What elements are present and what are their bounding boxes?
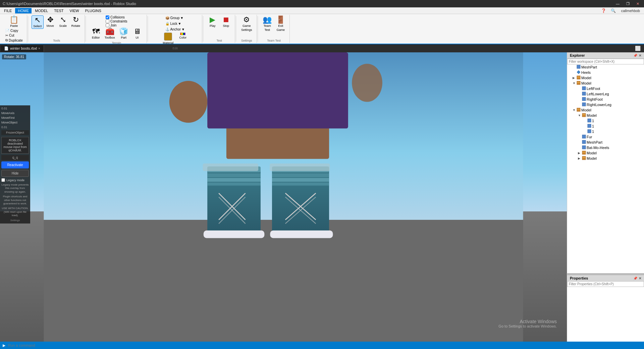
menu-file[interactable]: FILE bbox=[1, 8, 14, 13]
title-path: C:\Users\girl\Documents\ROBLOX\RecentSav… bbox=[3, 2, 136, 6]
tree-item[interactable]: ▼Model bbox=[567, 81, 644, 86]
stop-button[interactable]: ⏹ Stop bbox=[220, 15, 232, 28]
svg-rect-40 bbox=[582, 113, 586, 117]
properties-filter-input[interactable] bbox=[567, 282, 644, 287]
editor-tab-winterboots[interactable]: 📄 winter boots.rbxl × bbox=[1, 45, 44, 52]
cut-icon: ✂ bbox=[5, 34, 8, 37]
svg-rect-19 bbox=[270, 231, 333, 238]
menu-test[interactable]: TEST bbox=[51, 8, 66, 13]
tree-item[interactable]: RightLowerLeg bbox=[567, 102, 644, 107]
tree-item[interactable]: 1 bbox=[567, 118, 644, 123]
part-button[interactable]: 🧊 Part bbox=[118, 27, 130, 40]
rotate-button[interactable]: ↻ Rotate bbox=[70, 15, 82, 29]
tab-strip: 📄 winter boots.rbxl × ⬜ bbox=[0, 44, 644, 52]
select-button[interactable]: ↖ Select bbox=[32, 15, 44, 29]
properties-content bbox=[567, 287, 644, 342]
tree-item[interactable]: LeftLowerLeg bbox=[567, 91, 644, 97]
minimize-button[interactable]: — bbox=[614, 2, 622, 6]
tree-item[interactable]: MeshPart bbox=[567, 140, 644, 145]
tree-item[interactable]: RightFoot bbox=[567, 97, 644, 102]
menu-model[interactable]: MODEL bbox=[32, 8, 51, 13]
tree-arrow-icon[interactable]: ▼ bbox=[573, 108, 577, 112]
color-button[interactable]: Color bbox=[177, 32, 189, 45]
team-test-button[interactable]: 👥 Team Test bbox=[261, 15, 273, 32]
svg-rect-48 bbox=[582, 151, 586, 154]
material-icon bbox=[164, 33, 172, 41]
cut-button[interactable]: ✂ Cut bbox=[4, 33, 24, 38]
tree-node-icon bbox=[577, 70, 581, 75]
tree-item[interactable]: 1 bbox=[567, 123, 644, 129]
scale-button[interactable]: ⤡ Scale bbox=[57, 15, 69, 29]
anchor-arrow: ▼ bbox=[181, 28, 185, 31]
group-dropdown[interactable]: 📦 Group ▼ bbox=[165, 15, 184, 20]
editor-button[interactable]: 🗺 Editor bbox=[90, 27, 102, 40]
copy-button[interactable]: 📄 Copy bbox=[4, 29, 24, 33]
toolbox-button[interactable]: 🧰 Toolbox bbox=[103, 27, 116, 40]
properties-close-icon[interactable]: ✕ bbox=[639, 277, 641, 280]
tree-item[interactable]: ▶Model bbox=[567, 75, 644, 81]
tree-node-icon bbox=[587, 118, 591, 123]
group-arrow: ▼ bbox=[180, 16, 183, 20]
viewport[interactable]: Rotate: 36.81 Activate Windows Go to Set… bbox=[0, 52, 567, 342]
use-caution-warning: USE WITH CAUTION. (Will reset upon file … bbox=[1, 207, 29, 217]
tree-arrow-icon[interactable]: ▶ bbox=[573, 76, 577, 80]
svg-rect-41 bbox=[583, 114, 585, 115]
tree-node-label: 1 bbox=[592, 130, 594, 134]
ui-button[interactable]: 🖥 UI bbox=[131, 27, 143, 40]
maximize-button[interactable]: ❐ bbox=[624, 2, 632, 6]
tree-item[interactable]: Heels bbox=[567, 70, 644, 75]
svg-rect-39 bbox=[577, 109, 580, 109]
collisions-checkbox[interactable] bbox=[106, 15, 109, 19]
paste-button[interactable]: 📋 Paste bbox=[4, 15, 24, 28]
tree-item[interactable]: ▶Model bbox=[567, 156, 644, 161]
legacy-mode-checkbox[interactable] bbox=[1, 178, 5, 182]
duplicate-button[interactable]: ⧉ Duplicate bbox=[4, 38, 24, 43]
lock-dropdown[interactable]: 🔒 Lock ▼ bbox=[165, 21, 182, 26]
join-checkbox[interactable] bbox=[106, 23, 109, 27]
menu-plugins[interactable]: PLUGINS bbox=[83, 8, 104, 13]
move-button[interactable]: ✥ Move bbox=[44, 15, 56, 29]
tree-arrow-icon[interactable]: ▶ bbox=[578, 157, 582, 160]
tab-close-button[interactable]: × bbox=[38, 47, 40, 50]
tree-item[interactable]: ▼Model bbox=[567, 107, 644, 113]
tree-node-label: Bat-Mo-Heels bbox=[587, 146, 609, 150]
tree-item[interactable]: ▶Model bbox=[567, 150, 644, 156]
constraints-checkbox[interactable] bbox=[106, 19, 109, 23]
menu-home[interactable]: HOME bbox=[15, 8, 32, 13]
menu-view[interactable]: VIEW bbox=[67, 8, 82, 13]
tree-arrow-icon[interactable]: ▼ bbox=[573, 82, 577, 85]
tree-arrow-icon[interactable]: ▶ bbox=[578, 151, 582, 155]
reactivate-button[interactable]: Reactivate bbox=[1, 161, 29, 168]
tree-item[interactable]: 1 bbox=[567, 129, 644, 134]
svg-rect-45 bbox=[582, 135, 586, 138]
exit-game-button[interactable]: 🚪 Exit Game bbox=[275, 15, 287, 32]
anchor-icon: ⚓ bbox=[165, 28, 169, 31]
svg-rect-7 bbox=[207, 178, 261, 182]
properties-pin-icon[interactable]: 📌 bbox=[633, 277, 637, 280]
tab-icon: 📄 bbox=[4, 46, 9, 51]
material-button[interactable]: Material bbox=[161, 32, 175, 45]
explorer-pin-icon[interactable]: 📌 bbox=[633, 54, 637, 57]
game-settings-button[interactable]: ⚙ Game Settings bbox=[240, 15, 254, 32]
anchor-dropdown[interactable]: ⚓ Anchor ▼ bbox=[165, 27, 185, 32]
hide-button[interactable]: Hide bbox=[1, 170, 29, 177]
explorer-filter-input[interactable] bbox=[567, 59, 644, 64]
svg-rect-3 bbox=[207, 52, 348, 129]
tree-item[interactable]: MeshPart bbox=[567, 64, 644, 70]
search-icon[interactable]: 🔍 bbox=[609, 8, 618, 14]
restore-button[interactable]: ⬜ bbox=[632, 46, 643, 51]
play-button[interactable]: ▶ Play bbox=[207, 15, 219, 28]
tree-item[interactable]: ▼Model bbox=[567, 113, 644, 118]
close-button[interactable]: ✕ bbox=[634, 2, 641, 6]
deactivated-message: ROBLOX deactivated mouse input from qCmd… bbox=[1, 137, 29, 154]
status-arrow: ▶ bbox=[3, 343, 5, 348]
tree-node-label: LeftFoot bbox=[587, 87, 600, 91]
menu-bar: FILE HOME MODEL TEST VIEW PLUGINS ❓ 🔍 ca… bbox=[0, 7, 644, 14]
command-input[interactable] bbox=[8, 343, 641, 347]
tree-arrow-icon[interactable]: ▼ bbox=[578, 114, 582, 117]
tree-item[interactable]: LeftFoot bbox=[567, 86, 644, 91]
help-icon[interactable]: ❓ bbox=[599, 8, 608, 14]
tree-item[interactable]: Bat-Mo-Heels bbox=[567, 145, 644, 150]
explorer-close-icon[interactable]: ✕ bbox=[639, 54, 641, 57]
tree-item[interactable]: Fur bbox=[567, 134, 644, 140]
